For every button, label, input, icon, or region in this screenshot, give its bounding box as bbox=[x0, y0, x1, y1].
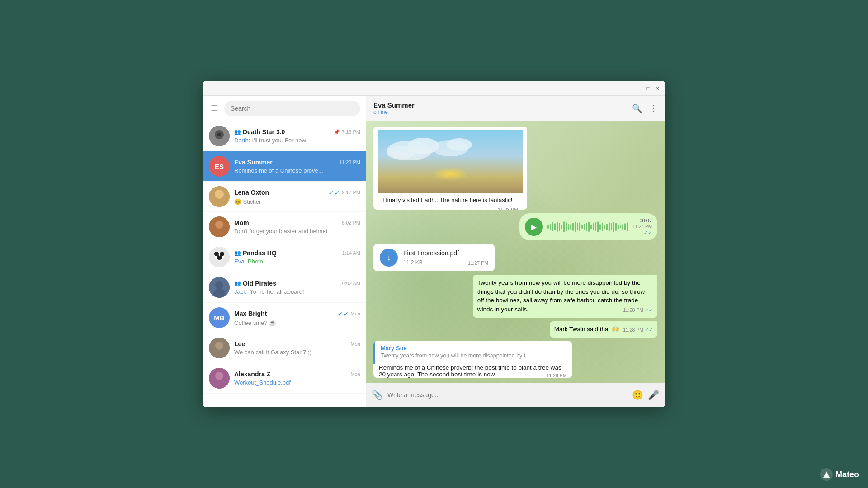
voice-message-icon[interactable]: 🎤 bbox=[648, 389, 659, 400]
app-window: ─ □ ✕ ☰ 👥 D bbox=[203, 81, 665, 407]
svg-point-28 bbox=[387, 146, 414, 160]
search-chat-icon[interactable]: 🔍 bbox=[632, 103, 642, 113]
chat-time: 9:17 PM bbox=[342, 190, 360, 195]
chat-time: 0:02 AM bbox=[342, 281, 360, 286]
list-item[interactable]: ES Eva Summer 11:28 PM Reminds me of a C… bbox=[203, 151, 366, 182]
chat-time: Mon bbox=[351, 341, 360, 347]
chat-info: 👥 Death Star 3.0 📌 7:15 PM Darth: I'll t… bbox=[234, 128, 360, 144]
avatar: MB bbox=[209, 307, 230, 328]
list-item[interactable]: Lee Mon We can call it Galaxy Star 7 ;) bbox=[203, 333, 366, 363]
message-bubble: Mary Sue Twenty years from now you will … bbox=[373, 341, 572, 378]
message-bubble: Mark Twain said that 🙌 11:28 PM ✓✓ bbox=[550, 321, 657, 338]
titlebar: ─ □ ✕ bbox=[203, 81, 665, 96]
avatar bbox=[209, 126, 230, 146]
reply-text: Reminds me of a Chinese proverb: the bes… bbox=[373, 364, 572, 378]
sidebar-header: ☰ bbox=[203, 96, 366, 121]
chat-preview: Don't forget your blaster and helmet bbox=[234, 228, 360, 235]
message-input-area: 📎 🙂 🎤 bbox=[366, 383, 665, 407]
chat-time: Mon bbox=[351, 371, 360, 377]
file-info: First Impression.pdf 11.2 KB bbox=[403, 249, 459, 267]
message-bubble: I finally visited Earth.. The nature her… bbox=[373, 127, 527, 210]
quote-content: Mary Sue Twenty years from now you will … bbox=[373, 341, 572, 364]
svg-point-21 bbox=[215, 342, 223, 350]
emoji-icon[interactable]: 🙂 bbox=[632, 389, 643, 400]
chat-name: Alexandra Z bbox=[234, 371, 270, 378]
audio-duration: 00:07 bbox=[639, 218, 652, 223]
preview-text: Photo bbox=[248, 258, 263, 265]
chat-contact-name: Eva Summer bbox=[373, 101, 627, 109]
list-item[interactable]: 👥 Death Star 3.0 📌 7:15 PM Darth: I'll t… bbox=[203, 121, 366, 151]
message-bubble: Twenty years from now you will be more d… bbox=[473, 275, 657, 318]
chat-preview: Coffee time? ☕ bbox=[234, 319, 360, 326]
chat-contact-status: online bbox=[373, 109, 627, 115]
preview-sender: Darth: bbox=[234, 137, 250, 144]
message-time: 11:28 PM ✓✓ bbox=[623, 327, 653, 334]
maximize-button[interactable]: □ bbox=[645, 85, 652, 92]
svg-point-8 bbox=[215, 221, 223, 229]
file-size: 11.2 KB bbox=[403, 259, 459, 267]
avatar: ES bbox=[209, 156, 230, 177]
chat-name: Mom bbox=[234, 219, 249, 226]
sidebar: ☰ 👥 Death Star 3.0 bbox=[203, 96, 366, 407]
app-body: ☰ 👥 Death Star 3.0 bbox=[203, 96, 665, 407]
search-input[interactable] bbox=[224, 101, 360, 116]
chat-list: 👥 Death Star 3.0 📌 7:15 PM Darth: I'll t… bbox=[203, 121, 366, 407]
message-time: 11:24 PM bbox=[632, 224, 652, 229]
quote-author: Mary Sue bbox=[381, 345, 567, 352]
read-tick-icon: ✓✓ bbox=[337, 310, 349, 318]
chat-time: 11:28 PM bbox=[339, 160, 360, 165]
chat-info: Mom 8:02 PM Don't forget your blaster an… bbox=[234, 219, 360, 235]
read-ticks: ✓✓ bbox=[645, 307, 653, 313]
chat-time: 8:02 PM bbox=[342, 220, 360, 225]
branding: Mateo bbox=[820, 468, 859, 481]
close-button[interactable]: ✕ bbox=[654, 85, 661, 92]
chat-name: Lena Oxton bbox=[234, 189, 269, 196]
message-caption: I finally visited Earth.. The nature her… bbox=[378, 193, 523, 208]
list-item[interactable]: 👥 Old Pirates 0:02 AM Jack: Yo-ho-ho, al… bbox=[203, 272, 366, 303]
file-name: First Impression.pdf bbox=[403, 249, 459, 258]
chat-info: 👥 Old Pirates 0:02 AM Jack: Yo-ho-ho, al… bbox=[234, 280, 360, 295]
quote-text: Twenty years from now you will be more d… bbox=[381, 352, 567, 359]
chat-name: 👥 Old Pirates bbox=[234, 280, 276, 287]
attach-icon[interactable]: 📎 bbox=[372, 389, 383, 400]
more-options-icon[interactable]: ⋮ bbox=[649, 103, 657, 113]
message-image bbox=[378, 130, 523, 193]
chat-preview: Workout_Shedule.pdf bbox=[234, 379, 360, 386]
chat-preview: 😊 Sticker bbox=[234, 198, 360, 205]
list-item[interactable]: Lena Oxton ✓✓ 9:17 PM 😊 Sticker bbox=[203, 182, 366, 212]
message-time: 11:28 PM bbox=[547, 373, 567, 378]
audio-waveform bbox=[547, 221, 628, 233]
list-item[interactable]: Alexandra Z Mon Workout_Shedule.pdf bbox=[203, 363, 366, 394]
pin-icon: 📌 bbox=[334, 129, 340, 135]
svg-point-24 bbox=[215, 372, 223, 380]
preview-file: Workout_Shedule.pdf bbox=[234, 379, 291, 386]
chat-name: 👥 Pandas HQ bbox=[234, 249, 277, 257]
chat-info: Lena Oxton ✓✓ 9:17 PM 😊 Sticker bbox=[234, 188, 360, 205]
read-tick-icon: ✓✓ bbox=[328, 188, 340, 197]
svg-point-33 bbox=[825, 473, 828, 476]
group-icon: 👥 bbox=[234, 250, 241, 256]
list-item[interactable]: Mom 8:02 PM Don't forget your blaster an… bbox=[203, 212, 366, 242]
preview-sender: Eva: bbox=[234, 258, 246, 265]
avatar bbox=[209, 368, 230, 389]
download-file-button[interactable]: ↓ bbox=[380, 249, 398, 267]
svg-point-30 bbox=[447, 138, 472, 151]
hamburger-menu-icon[interactable]: ☰ bbox=[209, 102, 220, 115]
list-item[interactable]: 👥 Pandas HQ 1:14 AM Eva: Photo bbox=[203, 242, 366, 272]
minimize-button[interactable]: ─ bbox=[636, 85, 643, 92]
chat-info: Eva Summer 11:28 PM Reminds me of a Chin… bbox=[234, 159, 360, 174]
chat-name: 👥 Death Star 3.0 bbox=[234, 128, 285, 136]
message-input[interactable] bbox=[387, 391, 627, 399]
chat-info: 👥 Pandas HQ 1:14 AM Eva: Photo bbox=[234, 249, 360, 265]
read-ticks: ✓✓ bbox=[644, 230, 652, 236]
chat-time: Mon bbox=[351, 311, 360, 316]
play-audio-button[interactable]: ▶ bbox=[525, 218, 543, 236]
chat-info: Lee Mon We can call it Galaxy Star 7 ;) bbox=[234, 340, 360, 356]
chat-time: 1:14 AM bbox=[342, 250, 360, 256]
svg-point-15 bbox=[217, 255, 219, 258]
svg-point-19 bbox=[213, 289, 225, 298]
messages-area: I finally visited Earth.. The nature her… bbox=[366, 121, 665, 383]
list-item[interactable]: MB Max Bright ✓✓ Mon Coffee time? ☕ bbox=[203, 303, 366, 333]
svg-point-16 bbox=[220, 255, 222, 258]
chat-time: 7:15 PM bbox=[342, 129, 360, 135]
